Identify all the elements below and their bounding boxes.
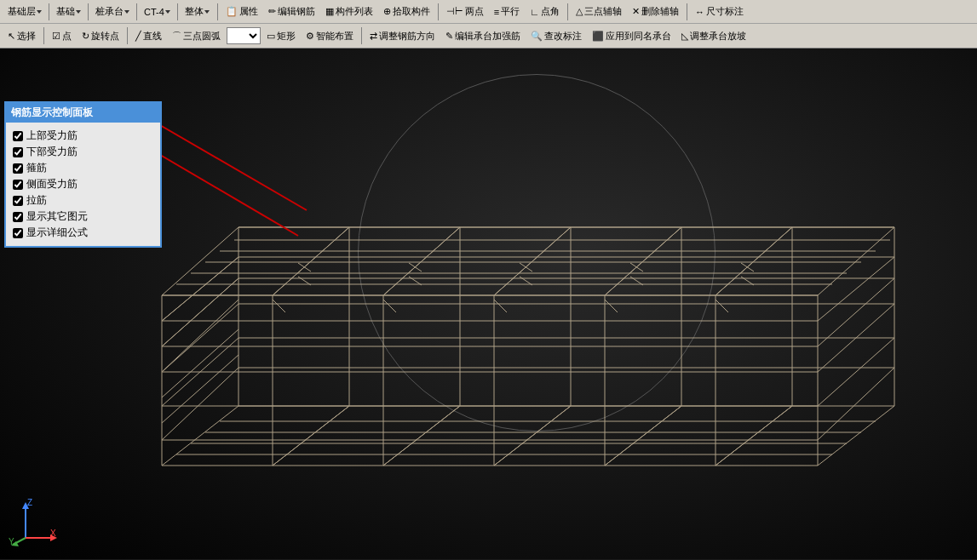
checkbox-other-icon[interactable] (13, 212, 23, 222)
svg-line-6 (162, 227, 239, 295)
two-points-label: 两点 (465, 5, 484, 18)
svg-line-44 (162, 304, 239, 372)
btn-edit-rebar[interactable]: ✏ 编辑钢筋 (264, 3, 319, 20)
y-axis-label: Y (9, 537, 14, 546)
layer-group: 基础层 基础 桩承台 CT-4 整体 (3, 3, 214, 20)
toolbar-row2: ↖ 选择 ☑ 点 ↻ 旋转点 ╱ 直线 ⌒ 三点圆弧 ▭ 矩形 ⚙ 智 (0, 24, 977, 48)
rotate-label: 旋转点 (91, 30, 119, 43)
sep9 (43, 27, 44, 44)
svg-line-85 (273, 406, 349, 466)
svg-line-83 (605, 300, 618, 312)
component-list-label: 构件列表 (336, 5, 373, 18)
layer-pile-arrow (124, 10, 129, 14)
svg-line-80 (273, 300, 285, 312)
btn-attr[interactable]: 📋 属性 (221, 3, 262, 20)
control-panel-header: 钢筋显示控制面板 (6, 103, 160, 123)
svg-line-69 (162, 355, 239, 423)
checkbox-pull-bar[interactable] (13, 196, 23, 206)
smart-place-icon: ⚙ (306, 31, 314, 42)
checkbox-top-rebar[interactable] (13, 131, 23, 141)
svg-line-81 (383, 300, 396, 312)
slope-icon: ◺ (681, 31, 688, 42)
btn-del-aux[interactable]: ✕ 删除辅轴 (628, 3, 683, 20)
checkbox-detail-formula[interactable] (13, 228, 23, 238)
svg-line-75 (298, 263, 311, 271)
svg-line-77 (520, 263, 532, 271)
layer-pile-btn[interactable]: 桩承台 (91, 3, 134, 20)
layer-base2-btn[interactable]: 基础 (52, 3, 85, 20)
sep4 (177, 3, 178, 20)
btn-dim[interactable]: ↔ 尺寸标注 (691, 3, 748, 20)
btn-adjust-dir[interactable]: ⇄ 调整钢筋方向 (365, 28, 440, 44)
label-pull-bar: 拉筋 (26, 193, 47, 208)
parallel-icon: ≡ (494, 7, 499, 17)
btn-three-arc[interactable]: ⌒ 三点圆弧 (168, 28, 225, 44)
label-bottom-rebar: 下部受力筋 (26, 145, 78, 159)
sep7 (567, 3, 568, 20)
btn-parallel[interactable]: ≡ 平行 (490, 3, 524, 20)
control-panel: 钢筋显示控制面板 上部受力筋 下部受力筋 箍筋 侧面受力筋 拉筋 (4, 101, 162, 248)
pick-icon: ⊕ (383, 6, 391, 17)
btn-apply-same[interactable]: ⬛ 应用到同名承台 (588, 28, 675, 44)
svg-line-46 (162, 368, 239, 440)
rect-label: 矩形 (277, 30, 296, 43)
checkbox-side-rebar[interactable] (13, 180, 23, 190)
btn-edit-bearing[interactable]: ✎ 编辑承台加强筋 (441, 28, 525, 44)
edit-rebar-label: 编辑钢筋 (278, 5, 315, 18)
layer-ct4-btn[interactable]: CT-4 (140, 5, 175, 19)
btn-rotate-point[interactable]: ↻ 旋转点 (78, 28, 124, 44)
z-axis-label: Z (27, 498, 32, 507)
del-aux-icon: ✕ (632, 6, 640, 17)
btn-two-points[interactable]: ⊣⊢ 两点 (442, 3, 488, 20)
btn-point[interactable]: ☑ 点 (48, 28, 76, 44)
layer-whole-btn[interactable]: 整体 (181, 3, 214, 20)
dim-icon: ↔ (695, 7, 704, 17)
layer-base1-arrow (37, 10, 42, 14)
svg-line-7 (818, 227, 894, 295)
svg-line-50 (818, 338, 894, 406)
panel-item-detail-formula: 显示详细公式 (13, 225, 153, 241)
checkbox-bottom-rebar[interactable] (13, 147, 23, 157)
svg-line-79 (741, 263, 754, 271)
sep11 (361, 27, 362, 44)
line-label: 直线 (143, 30, 162, 43)
btn-rect[interactable]: ▭ 矩形 (262, 28, 300, 44)
arc-icon: ⌒ (172, 30, 181, 43)
checkbox-stirrup[interactable] (13, 163, 23, 174)
btn-corner[interactable]: ∟ 点角 (526, 3, 564, 20)
smart-place-label: 智能布置 (316, 30, 353, 43)
line-icon: ╱ (135, 31, 141, 42)
label-other-icon: 显示其它图元 (26, 209, 88, 224)
edit-bearing-label: 编辑承台加强筋 (455, 30, 520, 43)
svg-line-84 (716, 300, 728, 312)
btn-pick[interactable]: ⊕ 拾取构件 (379, 3, 434, 20)
select-icon: ↖ (8, 31, 15, 42)
check-note-label: 查改标注 (544, 30, 582, 43)
select-label: 选择 (17, 30, 36, 43)
layer-base1-btn[interactable]: 基础层 (3, 3, 46, 20)
del-aux-label: 删除辅轴 (641, 5, 679, 18)
three-aux-icon: △ (576, 6, 583, 17)
control-panel-title: 钢筋显示控制面板 (11, 106, 93, 118)
btn-smart-place[interactable]: ⚙ 智能布置 (302, 28, 358, 44)
corner-icon: ∟ (530, 7, 539, 17)
layer-whole-arrow (204, 10, 210, 14)
panel-item-top-rebar: 上部受力筋 (13, 128, 153, 144)
sep3 (136, 3, 137, 20)
svg-line-2 (162, 406, 239, 466)
btn-component-list[interactable]: ▦ 构件列表 (321, 3, 377, 20)
shape-dropdown[interactable] (227, 27, 261, 44)
arc-label: 三点圆弧 (183, 30, 221, 43)
btn-line[interactable]: ╱ 直线 (131, 28, 166, 44)
svg-line-3 (818, 406, 894, 466)
layer-base1-label: 基础层 (8, 5, 36, 18)
btn-adjust-slope[interactable]: ◺ 调整承台放坡 (677, 28, 750, 44)
x-axis-label: X (50, 529, 56, 538)
panel-item-other-icon: 显示其它图元 (13, 209, 153, 225)
attr-label: 属性 (239, 5, 258, 18)
btn-check-note[interactable]: 🔍 查改标注 (526, 28, 586, 44)
layer-ct4-arrow (165, 10, 170, 14)
label-detail-formula: 显示详细公式 (26, 226, 88, 240)
btn-three-aux[interactable]: △ 三点辅轴 (572, 3, 626, 20)
btn-select[interactable]: ↖ 选择 (3, 28, 40, 44)
